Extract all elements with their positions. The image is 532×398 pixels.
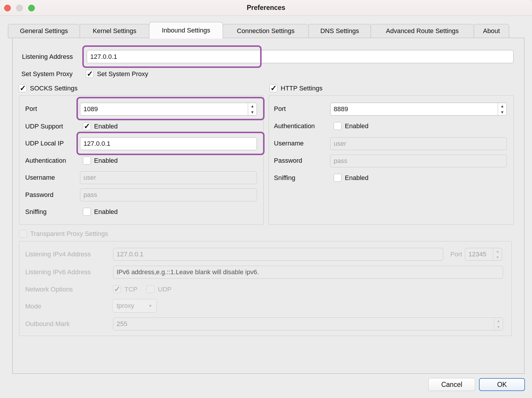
transparent-network-options-label: Network Options: [25, 286, 73, 293]
socks-authentication-label: Authentication: [25, 157, 66, 164]
http-port-spin-buttons: ▲ ▼: [498, 103, 507, 115]
socks-username-input: [80, 171, 257, 184]
socks-udp-local-ip-label: UDP Local IP: [25, 140, 64, 147]
spin-up-icon: ▲: [494, 318, 503, 324]
socks-port-stepper[interactable]: ▲ ▼: [80, 103, 257, 116]
cancel-button[interactable]: Cancel: [428, 378, 475, 391]
outbound-mark-spin-buttons: ▲ ▼: [494, 318, 503, 330]
spin-up-icon: ▲: [493, 248, 502, 254]
tab-dns-settings[interactable]: DNS Settings: [308, 24, 371, 38]
socks-settings-title: SOCKS Settings: [30, 85, 78, 92]
set-system-proxy-label: Set System Proxy: [21, 70, 73, 78]
transparent-proxy-checkbox[interactable]: [19, 230, 27, 238]
window-title: Preferences: [0, 4, 532, 12]
tab-connection-settings[interactable]: Connection Settings: [223, 24, 309, 38]
socks-sniffing-label: Sniffing: [25, 208, 47, 216]
socks-authentication-checkbox-label: Enabled: [94, 157, 118, 164]
set-system-proxy-checkbox[interactable]: [86, 70, 94, 78]
socks-settings-checkbox[interactable]: [19, 84, 27, 92]
transparent-outbound-mark-stepper: ▲ ▼: [113, 318, 503, 330]
spin-down-icon: ▼: [493, 254, 502, 260]
ok-button[interactable]: OK: [479, 378, 525, 391]
transparent-mode-dropdown: tproxy ▼: [112, 299, 157, 313]
http-authentication-checkbox[interactable]: [334, 122, 342, 130]
transparent-port-input: [465, 248, 493, 260]
transparent-mode-value: tproxy: [117, 302, 134, 310]
http-port-label: Port: [274, 105, 286, 113]
transparent-outbound-mark-input: [113, 318, 494, 330]
tab-kernel-settings[interactable]: Kernel Settings: [80, 24, 149, 38]
transparent-mode-label: Mode: [25, 303, 41, 310]
spin-up-icon[interactable]: ▲: [498, 103, 507, 109]
http-sniffing-label: Sniffing: [274, 174, 295, 182]
transparent-port-label: Port: [450, 251, 462, 258]
title-bar: Preferences: [0, 0, 532, 16]
listening-address-input[interactable]: [87, 50, 514, 63]
http-port-input[interactable]: [330, 103, 498, 115]
tab-about[interactable]: About: [474, 24, 509, 38]
http-authentication-label: Authentication: [274, 122, 315, 130]
socks-sniffing-checkbox-label: Enabled: [94, 208, 118, 216]
http-password-input: [330, 155, 507, 167]
http-sniffing-checkbox[interactable]: [334, 174, 342, 182]
http-settings-title: HTTP Settings: [281, 85, 323, 92]
transparent-outbound-mark-label: Outbound Mark: [25, 320, 70, 328]
http-authentication-checkbox-label: Enabled: [345, 122, 369, 130]
transparent-ipv6-input: [113, 266, 503, 279]
socks-password-input: [80, 188, 257, 201]
socks-port-input[interactable]: [80, 103, 248, 115]
socks-authentication-checkbox[interactable]: [83, 157, 91, 164]
http-password-label: Password: [274, 157, 302, 164]
chevron-down-icon: ▼: [148, 303, 152, 308]
spin-up-icon[interactable]: ▲: [248, 103, 257, 109]
transparent-tcp-label: TCP: [125, 286, 137, 293]
listening-address-label: Listening Address: [22, 53, 73, 61]
transparent-port-stepper: ▲ ▼: [465, 248, 502, 261]
transparent-proxy-title: Transparent Proxy Settings: [30, 230, 108, 238]
tab-advanced-route-settings[interactable]: Advanced Route Settings: [371, 24, 474, 38]
socks-sniffing-checkbox[interactable]: [83, 208, 91, 216]
socks-port-spin-buttons: ▲ ▼: [248, 103, 257, 115]
transparent-udp-checkbox: [146, 285, 154, 293]
tab-general-settings[interactable]: General Settings: [8, 24, 80, 38]
transparent-udp-label: UDP: [158, 286, 171, 293]
transparent-ipv4-label: Listening IPv4 Address: [25, 251, 91, 258]
socks-udp-local-ip-input[interactable]: [80, 137, 257, 150]
socks-udp-support-checkbox[interactable]: [83, 122, 91, 130]
socks-udp-support-checkbox-label: Enabled: [94, 123, 118, 130]
socks-password-label: Password: [25, 191, 54, 199]
transparent-tcp-checkbox: [113, 285, 121, 293]
spin-down-icon: ▼: [494, 324, 503, 330]
spin-down-icon[interactable]: ▼: [248, 109, 257, 115]
http-port-stepper[interactable]: ▲ ▼: [330, 103, 507, 116]
set-system-proxy-checkbox-label: Set System Proxy: [97, 70, 148, 78]
http-sniffing-checkbox-label: Enabled: [345, 174, 369, 182]
socks-port-label: Port: [25, 105, 37, 113]
socks-udp-support-label: UDP Support: [25, 123, 63, 130]
http-settings-checkbox[interactable]: [270, 84, 277, 92]
http-username-input: [330, 137, 507, 150]
http-username-label: Username: [274, 140, 303, 147]
spin-down-icon[interactable]: ▼: [498, 109, 507, 115]
socks-username-label: Username: [25, 174, 55, 181]
transparent-port-spin-buttons: ▲ ▼: [493, 248, 502, 260]
preferences-window: Preferences General Settings Kernel Sett…: [0, 0, 532, 398]
tab-inbound-settings[interactable]: Inbound Settings: [149, 22, 223, 39]
transparent-ipv4-input: [113, 248, 443, 261]
transparent-ipv6-label: Listening IPv6 Address: [25, 268, 91, 276]
